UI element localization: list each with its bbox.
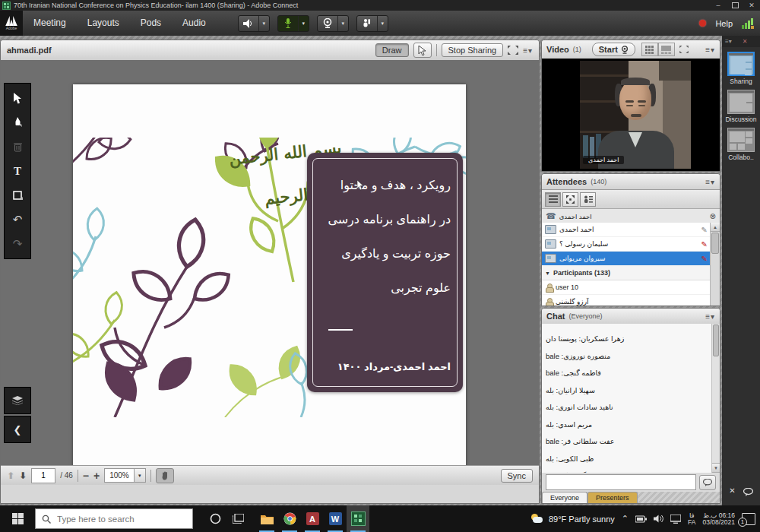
layout-thumbnail-sharing[interactable]	[727, 52, 755, 76]
participant-row[interactable]: user 10	[542, 280, 711, 295]
attendee-row[interactable]: احمد احمدی ✎	[542, 223, 711, 237]
delete-tool-icon[interactable]	[6, 135, 29, 158]
zoom-dropdown-icon[interactable]: ▾	[134, 469, 145, 482]
layout-rail-close-icon[interactable]: ✕	[743, 38, 748, 45]
participant-row[interactable]: آرزو گلشنی	[542, 295, 711, 306]
breakout-view-icon	[566, 195, 575, 204]
start-button[interactable]	[0, 505, 35, 532]
attendee-name: احمد احمدی	[559, 226, 594, 233]
sync-button[interactable]: Sync	[501, 469, 533, 483]
attendee-list-view-button[interactable]	[545, 192, 561, 207]
scrollbar-thumb[interactable]	[711, 233, 719, 254]
chat-bubble-icon[interactable]	[743, 488, 753, 496]
undo-icon[interactable]: ↶	[6, 208, 29, 231]
stop-sharing-button[interactable]: Stop Sharing	[442, 43, 504, 57]
adobe-connect-taskbar-button[interactable]	[347, 505, 369, 532]
status-view-button[interactable]	[580, 192, 596, 207]
speaker-dropdown[interactable]: ▾	[258, 16, 269, 31]
pointer-tool-button[interactable]	[413, 43, 432, 58]
start-webcam-button[interactable]: Start	[592, 43, 635, 56]
collapse-chevron-icon[interactable]: ❮	[6, 418, 29, 441]
pod-menu-icon[interactable]: ≡▾	[523, 46, 533, 55]
menu-meeting[interactable]: Meeting	[23, 11, 77, 36]
word-button[interactable]: W	[324, 505, 347, 532]
disconnect-call-icon[interactable]: ⊗	[710, 212, 716, 220]
filmstrip-view-button[interactable]	[658, 43, 675, 56]
zoom-out-icon[interactable]: −	[83, 470, 89, 482]
chat-pod-menu-icon[interactable]: ≡▾	[705, 312, 715, 321]
video-fullscreen-icon[interactable]	[679, 46, 689, 53]
draw-button[interactable]: Draw	[375, 43, 409, 57]
chat-input[interactable]	[546, 474, 696, 490]
layout-rail-header: ≡▾ ✕	[722, 36, 760, 47]
previous-page-icon[interactable]: ⬆	[7, 470, 14, 481]
scroll-down-icon[interactable]: ▼	[712, 463, 720, 473]
access-button[interactable]: A	[301, 505, 324, 532]
tab-presenters[interactable]: Presenters	[587, 492, 638, 504]
cortana-button[interactable]	[204, 505, 226, 532]
marker-tool-icon[interactable]	[6, 111, 29, 134]
layout-label-collaboration[interactable]: Collabo..	[722, 154, 760, 161]
scrollbar-thumb[interactable]	[713, 325, 719, 356]
layout-thumbnail-collaboration[interactable]	[727, 128, 755, 152]
attendees-pod-menu-icon[interactable]: ≡▾	[705, 178, 715, 186]
chrome-button[interactable]	[278, 505, 301, 532]
menu-pods[interactable]: Pods	[130, 11, 172, 36]
search-input[interactable]	[55, 514, 173, 524]
language-indicator[interactable]: فا FA	[688, 512, 695, 526]
zoom-level-select[interactable]: 100% ▾	[104, 468, 146, 483]
select-tool-icon[interactable]	[6, 87, 29, 109]
close-button[interactable]: ✕	[743, 0, 760, 11]
zoom-in-icon[interactable]: +	[93, 470, 100, 482]
layout-rail-menu-icon[interactable]: ≡▾	[725, 38, 732, 45]
microphone-dropdown[interactable]: ▾	[298, 16, 309, 31]
taskbar-clock[interactable]: 06:16 ب.ظ 03/08/2021	[702, 512, 735, 526]
page-number-input[interactable]	[31, 468, 55, 483]
file-explorer-button[interactable]	[255, 505, 278, 532]
network-display-icon[interactable]	[670, 515, 681, 524]
attendees-scrollbar[interactable]: ▲	[710, 223, 720, 306]
text-tool-icon[interactable]: T	[6, 160, 29, 182]
restore-button[interactable]	[727, 0, 743, 11]
next-page-icon[interactable]: ⬇	[19, 470, 27, 481]
layout-label-sharing[interactable]: Sharing	[722, 78, 760, 85]
volume-icon[interactable]	[654, 515, 663, 523]
section-collapse-icon[interactable]: ▼	[545, 271, 550, 276]
webcam-button[interactable]: ▾	[317, 15, 349, 32]
chat-scrollbar[interactable]: ▼	[711, 324, 720, 473]
status-dropdown[interactable]: ▾	[377, 16, 388, 31]
grid-view-button[interactable]	[641, 43, 658, 56]
video-pod-menu-icon[interactable]: ≡▾	[705, 46, 715, 54]
scroll-up-icon[interactable]: ▲	[711, 223, 720, 232]
breakout-view-button[interactable]	[562, 192, 578, 207]
menu-audio[interactable]: Audio	[172, 11, 217, 36]
close-icon[interactable]: ✕	[729, 486, 735, 496]
telephony-user-row[interactable]: ☎ احمد احمدی ⊗	[542, 209, 720, 224]
set-status-button[interactable]: ▾	[356, 15, 388, 32]
webcam-dropdown[interactable]: ▾	[337, 16, 348, 31]
fullscreen-icon[interactable]	[508, 46, 518, 55]
pan-tool-button[interactable]	[156, 468, 174, 483]
battery-icon[interactable]	[635, 515, 647, 523]
help-menu[interactable]: Help	[715, 19, 733, 28]
redo-icon[interactable]: ↷	[6, 233, 29, 255]
shape-tool-icon[interactable]	[6, 184, 29, 207]
tab-everyone[interactable]: Everyone	[542, 492, 587, 504]
send-message-button[interactable]	[699, 475, 716, 490]
layout-thumbnail-discussion[interactable]	[727, 90, 755, 114]
taskbar-search[interactable]	[35, 508, 193, 529]
layers-icon[interactable]	[6, 389, 29, 412]
attendee-row[interactable]: سلیمان رسولی ؟ ✎	[542, 237, 711, 252]
microphone-button[interactable]: ▾	[277, 15, 309, 32]
layout-label-discussion[interactable]: Discussion	[722, 116, 760, 123]
speaker-button[interactable]: ▾	[238, 15, 270, 32]
action-center-button[interactable]: 1	[742, 513, 755, 525]
participants-section-header[interactable]: ▼ Participants (133)	[542, 266, 711, 280]
attendee-row-selected[interactable]: سیروان مریوانی ✎	[542, 252, 711, 266]
task-view-button[interactable]	[226, 505, 249, 532]
menu-layouts[interactable]: Layouts	[77, 11, 130, 36]
tray-overflow-chevron-icon[interactable]: ⌃	[622, 514, 629, 524]
connection-strength-icon[interactable]	[742, 18, 754, 29]
taskbar-weather[interactable]: 89°F Partly sunny	[530, 514, 615, 524]
minimize-button[interactable]: –	[710, 0, 727, 11]
